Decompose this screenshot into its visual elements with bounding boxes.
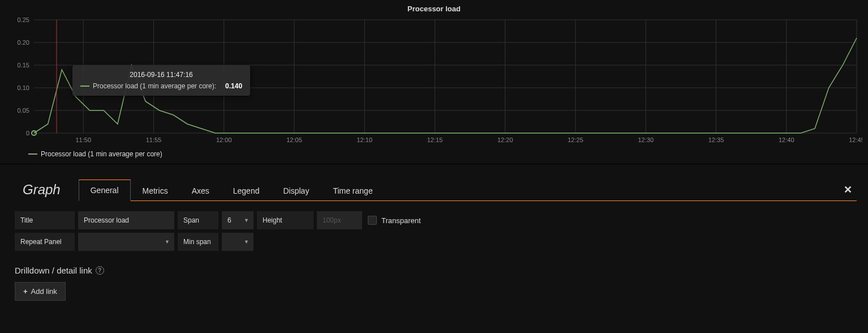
svg-text:12:30: 12:30 [638,136,654,143]
svg-text:12:05: 12:05 [286,136,302,143]
min-span-select[interactable]: ▼ [222,233,253,251]
help-icon[interactable]: ? [96,266,104,275]
svg-text:0: 0 [26,130,29,136]
height-input[interactable] [317,211,362,229]
repeat-panel-select[interactable]: ▼ [78,233,174,251]
svg-text:0.20: 0.20 [18,39,29,46]
svg-text:12:35: 12:35 [708,136,724,143]
chevron-down-icon: ▼ [165,239,170,245]
transparent-label: Transparent [381,216,421,225]
general-form: Title Span 6 ▼ Height Transparent Repeat… [11,201,857,301]
svg-text:12:15: 12:15 [427,136,443,143]
svg-text:0.10: 0.10 [18,84,29,91]
svg-text:0.05: 0.05 [18,107,29,114]
chevron-down-icon: ▼ [244,239,249,245]
chart-svg[interactable]: 00.050.100.150.200.2511:5011:5512:0012:0… [6,16,862,147]
svg-text:12:40: 12:40 [779,136,794,143]
tab-general[interactable]: General [79,180,131,201]
svg-text:0.15: 0.15 [18,62,29,69]
transparent-checkbox[interactable] [368,216,377,225]
svg-text:12:20: 12:20 [497,136,513,143]
height-label: Height [257,211,313,229]
transparent-checkbox-wrap[interactable]: Transparent [366,211,423,229]
repeat-panel-label: Repeat Panel [15,233,75,251]
tab-axes[interactable]: Axes [180,180,221,201]
title-input[interactable] [78,211,174,229]
span-select[interactable]: 6 ▼ [222,211,253,229]
legend-swatch [28,153,37,155]
min-span-label: Min span [178,233,218,251]
editor-title: Graph [23,182,61,201]
panel-editor: ✕ Graph GeneralMetricsAxesLegendDisplayT… [0,164,868,312]
chart-title: Processor load [6,5,862,13]
chart-plot-area[interactable]: 00.050.100.150.200.2511:5011:5512:0012:0… [6,16,862,164]
svg-text:11:55: 11:55 [146,136,162,143]
span-label: Span [178,211,218,229]
title-label: Title [15,211,75,229]
svg-text:0.25: 0.25 [18,16,29,23]
svg-text:12:00: 12:00 [216,136,232,143]
plus-icon: + [23,287,28,296]
svg-text:12:10: 12:10 [356,136,372,143]
chart-panel: Processor load 00.050.100.150.200.2511:5… [0,0,868,164]
close-icon[interactable]: ✕ [844,183,852,196]
drilldown-heading: Drilldown / detail link ? [15,266,853,275]
legend-label: Processor load (1 min average per core) [41,150,162,158]
svg-text:12:45: 12:45 [849,136,862,143]
svg-text:12:25: 12:25 [568,136,583,143]
tab-time-range[interactable]: Time range [321,180,384,201]
add-link-label: Add link [31,287,57,296]
tab-legend[interactable]: Legend [221,180,272,201]
chart-legend[interactable]: Processor load (1 min average per core) [6,147,862,164]
span-value: 6 [227,216,231,224]
svg-text:11:50: 11:50 [75,136,91,143]
editor-tabs: GeneralMetricsAxesLegendDisplayTime rang… [79,179,857,201]
tab-display[interactable]: Display [271,180,321,201]
add-link-button[interactable]: + Add link [15,282,66,301]
tab-metrics[interactable]: Metrics [131,180,180,201]
chevron-down-icon: ▼ [244,217,249,223]
